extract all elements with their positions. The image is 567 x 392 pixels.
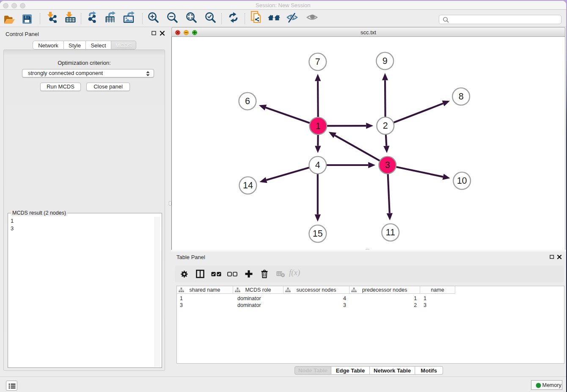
svg-text:8: 8 — [459, 91, 464, 102]
svg-text:7: 7 — [315, 57, 320, 67]
svg-text:10: 10 — [457, 176, 467, 186]
svg-text:11: 11 — [386, 227, 395, 237]
svg-text:4: 4 — [315, 160, 320, 170]
svg-text:14: 14 — [243, 180, 253, 190]
svg-text:3: 3 — [385, 160, 390, 170]
svg-text:15: 15 — [313, 229, 323, 239]
svg-text:2: 2 — [383, 121, 388, 131]
svg-text:9: 9 — [383, 56, 388, 66]
svg-text:6: 6 — [245, 96, 250, 106]
svg-text:1: 1 — [316, 121, 321, 131]
